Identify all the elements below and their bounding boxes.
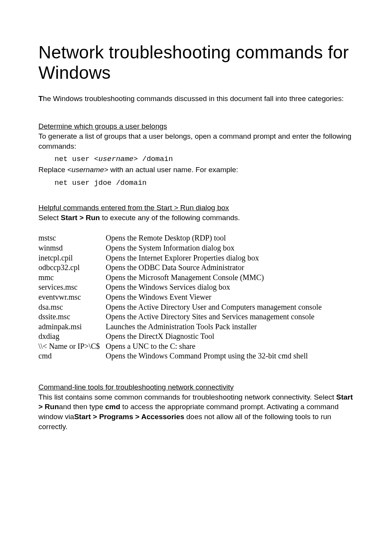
code1-pre: net user — [55, 155, 94, 163]
replace-pre: Replace — [38, 166, 67, 174]
table-row: mmcOpens the Microsoft Management Consol… — [38, 273, 354, 283]
cmd-desc: Opens the Microsoft Management Console (… — [106, 273, 354, 283]
sec3-a: This list contains some common commands … — [38, 393, 336, 401]
table-row: winmsdOpens the System Information dialo… — [38, 243, 354, 253]
cmd-name: dssite.msc — [38, 312, 106, 322]
sec2-body-post: to execute any of the following commands… — [100, 214, 240, 222]
cmd-desc: Opens a UNC to the C: share — [106, 342, 354, 352]
intro-dropcap: T — [38, 95, 43, 103]
cmd-desc: Opens the DirectX Diagnostic Tool — [106, 332, 354, 342]
table-row: inetcpl.cpilOpens the Internet Explorer … — [38, 253, 354, 263]
sec2-body-pre: Select — [38, 214, 61, 222]
cmd-desc: Launches the Administration Tools Pack i… — [106, 322, 354, 332]
code1-arg: <username> — [94, 155, 138, 163]
sec3-d: cmd — [105, 403, 120, 411]
intro-paragraph: The Windows troubleshooting commands dis… — [38, 94, 354, 104]
cmd-desc: Opens the ODBC Data Source Administrator — [106, 263, 354, 273]
section3-heading: Command-line tools for troubleshooting n… — [38, 383, 354, 392]
table-row: mstscOpens the Remote Desktop (RDP) tool — [38, 233, 354, 243]
sec3-f: Start > Programs > Accessories — [74, 413, 184, 421]
section1-body: To generate a list of groups that a user… — [38, 131, 354, 151]
cmd-name: cmd — [38, 351, 106, 361]
table-row: services.mscOpens the Windows Services d… — [38, 282, 354, 292]
table-row: eventvwr.mscOpens the Windows Event View… — [38, 292, 354, 302]
cmd-desc: Opens the Active Directory Sites and Ser… — [106, 312, 354, 322]
document-page: Network troubleshooting commands for Win… — [0, 0, 392, 554]
cmd-name: eventvwr.msc — [38, 292, 106, 302]
table-row: dxdiagOpens the DirectX Diagnostic Tool — [38, 332, 354, 342]
section1-code1: net user <username> /domain — [38, 155, 354, 163]
cmd-name: inetcpl.cpil — [38, 253, 106, 263]
section1-heading: Determine which groups a user belongs — [38, 122, 354, 131]
section1-code2: net user jdoe /domain — [38, 179, 354, 187]
table-row: cmdOpens the Windows Command Prompt usin… — [38, 351, 354, 361]
table-row: dssite.mscOpens the Active Directory Sit… — [38, 312, 354, 322]
replace-post: with an actual user name. For example: — [108, 166, 238, 174]
command-table: mstscOpens the Remote Desktop (RDP) tool… — [38, 233, 354, 361]
section1-replace: Replace <username> with an actual user n… — [38, 165, 354, 175]
intro-text: he Windows troubleshooting commands disc… — [43, 95, 344, 103]
sec2-body-bold: Start > Run — [61, 214, 100, 222]
cmd-desc: Opens the Active Directory User and Comp… — [106, 302, 354, 312]
table-row: odbccp32.cplOpens the ODBC Data Source A… — [38, 263, 354, 273]
cmd-desc: Opens the Windows Services dialog box — [106, 282, 354, 292]
page-title: Network troubleshooting commands for Win… — [38, 42, 354, 83]
cmd-desc: Opens the Windows Event Viewer — [106, 292, 354, 302]
table-row: dsa.mscOpens the Active Directory User a… — [38, 302, 354, 312]
replace-arg: <username> — [67, 166, 108, 174]
cmd-name: odbccp32.cpl — [38, 263, 106, 273]
cmd-name: mmc — [38, 273, 106, 283]
cmd-name: \\< Name or IP>\C$ — [38, 342, 106, 352]
cmd-name: dsa.msc — [38, 302, 106, 312]
cmd-name: mstsc — [38, 233, 106, 243]
sec3-c: and then type — [59, 403, 105, 411]
table-row: \\< Name or IP>\C$Opens a UNC to the C: … — [38, 342, 354, 352]
cmd-name: services.msc — [38, 282, 106, 292]
code1-post: /domain — [138, 155, 173, 163]
cmd-name: winmsd — [38, 243, 106, 253]
cmd-desc: Opens the Remote Desktop (RDP) tool — [106, 233, 354, 243]
cmd-desc: Opens the Internet Explorer Properties d… — [106, 253, 354, 263]
section3-body: This list contains some common commands … — [38, 392, 354, 432]
table-row: adminpak.msiLaunches the Administration … — [38, 322, 354, 332]
cmd-desc: Opens the Windows Command Prompt using t… — [106, 351, 354, 361]
cmd-desc: Opens the System Information dialog box — [106, 243, 354, 253]
cmd-name: dxdiag — [38, 332, 106, 342]
section2-heading: Helpful commands entered from the Start … — [38, 203, 354, 213]
section2-body: Select Start > Run to execute any of the… — [38, 213, 354, 223]
cmd-name: adminpak.msi — [38, 322, 106, 332]
